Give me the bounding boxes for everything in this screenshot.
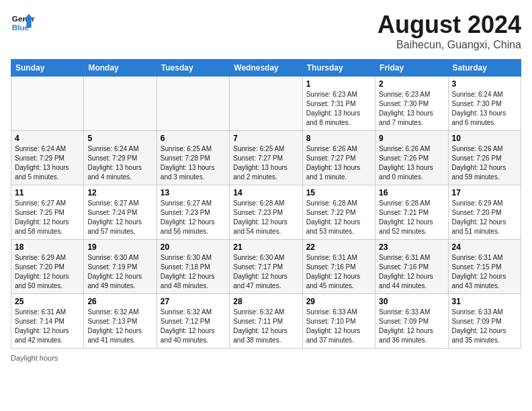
day-number: 5 xyxy=(87,134,152,143)
calendar-cell: 6Sunrise: 6:25 AM Sunset: 7:28 PM Daylig… xyxy=(157,131,229,185)
calendar-cell: 29Sunrise: 6:33 AM Sunset: 7:10 PM Dayli… xyxy=(302,294,375,349)
calendar-cell xyxy=(157,77,229,131)
calendar-cell: 13Sunrise: 6:27 AM Sunset: 7:23 PM Dayli… xyxy=(157,185,229,240)
day-number: 25 xyxy=(15,297,80,306)
calendar-cell: 7Sunrise: 6:25 AM Sunset: 7:27 PM Daylig… xyxy=(230,131,302,185)
day-number: 30 xyxy=(379,297,444,306)
calendar-cell: 16Sunrise: 6:28 AM Sunset: 7:21 PM Dayli… xyxy=(375,185,448,240)
calendar-cell: 23Sunrise: 6:31 AM Sunset: 7:16 PM Dayli… xyxy=(375,240,448,294)
day-number: 16 xyxy=(379,188,444,197)
calendar-cell: 2Sunrise: 6:23 AM Sunset: 7:30 PM Daylig… xyxy=(375,77,448,131)
calendar-cell xyxy=(84,77,157,131)
calendar-cell: 31Sunrise: 6:33 AM Sunset: 7:09 PM Dayli… xyxy=(448,294,521,349)
day-number: 31 xyxy=(452,297,517,306)
weekday-saturday: Saturday xyxy=(448,60,521,77)
day-info: Sunrise: 6:31 AM Sunset: 7:14 PM Dayligh… xyxy=(15,308,80,345)
day-info: Sunrise: 6:30 AM Sunset: 7:19 PM Dayligh… xyxy=(87,253,152,291)
day-number: 4 xyxy=(15,134,80,143)
day-number: 23 xyxy=(379,242,444,252)
day-info: Sunrise: 6:32 AM Sunset: 7:12 PM Dayligh… xyxy=(161,308,226,345)
day-info: Sunrise: 6:24 AM Sunset: 7:29 PM Dayligh… xyxy=(15,144,80,182)
calendar-cell: 26Sunrise: 6:32 AM Sunset: 7:13 PM Dayli… xyxy=(84,294,157,349)
calendar-cell: 8Sunrise: 6:26 AM Sunset: 7:27 PM Daylig… xyxy=(302,131,375,185)
day-number: 2 xyxy=(379,79,444,89)
day-info: Sunrise: 6:28 AM Sunset: 7:23 PM Dayligh… xyxy=(233,199,298,236)
logo-icon: General Blue xyxy=(11,11,35,35)
weekday-thursday: Thursday xyxy=(302,60,375,77)
calendar-cell xyxy=(11,77,84,131)
day-number: 19 xyxy=(87,242,152,252)
day-number: 14 xyxy=(233,188,298,197)
day-number: 3 xyxy=(452,79,517,89)
calendar-week-5: 25Sunrise: 6:31 AM Sunset: 7:14 PM Dayli… xyxy=(11,294,521,349)
calendar-week-1: 1Sunrise: 6:23 AM Sunset: 7:31 PM Daylig… xyxy=(11,77,521,131)
day-number: 8 xyxy=(306,134,371,143)
calendar-week-4: 18Sunrise: 6:29 AM Sunset: 7:20 PM Dayli… xyxy=(11,240,521,294)
weekday-wednesday: Wednesday xyxy=(230,60,302,77)
day-info: Sunrise: 6:24 AM Sunset: 7:29 PM Dayligh… xyxy=(87,144,152,182)
calendar-week-2: 4Sunrise: 6:24 AM Sunset: 7:29 PM Daylig… xyxy=(11,131,521,185)
day-info: Sunrise: 6:33 AM Sunset: 7:09 PM Dayligh… xyxy=(452,308,517,345)
calendar-cell xyxy=(230,77,302,131)
weekday-friday: Friday xyxy=(375,60,448,77)
weekday-monday: Monday xyxy=(84,60,157,77)
day-number: 13 xyxy=(161,188,226,197)
calendar-cell: 20Sunrise: 6:30 AM Sunset: 7:18 PM Dayli… xyxy=(157,240,229,294)
calendar-cell: 30Sunrise: 6:33 AM Sunset: 7:09 PM Dayli… xyxy=(375,294,448,349)
calendar-cell: 21Sunrise: 6:30 AM Sunset: 7:17 PM Dayli… xyxy=(230,240,302,294)
day-info: Sunrise: 6:28 AM Sunset: 7:21 PM Dayligh… xyxy=(379,199,444,236)
calendar-cell: 12Sunrise: 6:27 AM Sunset: 7:24 PM Dayli… xyxy=(84,185,157,240)
title-block: August 2024 Baihecun, Guangxi, China xyxy=(378,11,521,51)
day-info: Sunrise: 6:23 AM Sunset: 7:30 PM Dayligh… xyxy=(379,90,444,128)
day-number: 29 xyxy=(306,297,371,306)
calendar-cell: 1Sunrise: 6:23 AM Sunset: 7:31 PM Daylig… xyxy=(302,77,375,131)
daylight-label: Daylight hours xyxy=(11,354,58,362)
day-number: 1 xyxy=(306,79,371,89)
day-number: 7 xyxy=(233,134,298,143)
day-info: Sunrise: 6:23 AM Sunset: 7:31 PM Dayligh… xyxy=(306,90,371,128)
day-info: Sunrise: 6:26 AM Sunset: 7:26 PM Dayligh… xyxy=(379,144,444,182)
day-info: Sunrise: 6:31 AM Sunset: 7:15 PM Dayligh… xyxy=(452,253,517,291)
calendar-cell: 5Sunrise: 6:24 AM Sunset: 7:29 PM Daylig… xyxy=(84,131,157,185)
day-info: Sunrise: 6:26 AM Sunset: 7:27 PM Dayligh… xyxy=(306,144,371,182)
day-info: Sunrise: 6:29 AM Sunset: 7:20 PM Dayligh… xyxy=(452,199,517,236)
calendar-body: 1Sunrise: 6:23 AM Sunset: 7:31 PM Daylig… xyxy=(11,77,521,349)
day-number: 21 xyxy=(233,242,298,252)
weekday-tuesday: Tuesday xyxy=(157,60,229,77)
calendar-cell: 19Sunrise: 6:30 AM Sunset: 7:19 PM Dayli… xyxy=(84,240,157,294)
page-header: General Blue General Blue August 2024 Ba… xyxy=(11,11,521,51)
day-info: Sunrise: 6:26 AM Sunset: 7:26 PM Dayligh… xyxy=(452,144,517,182)
day-info: Sunrise: 6:32 AM Sunset: 7:11 PM Dayligh… xyxy=(233,308,298,345)
day-number: 6 xyxy=(161,134,226,143)
day-info: Sunrise: 6:25 AM Sunset: 7:28 PM Dayligh… xyxy=(161,144,226,182)
calendar-cell: 11Sunrise: 6:27 AM Sunset: 7:25 PM Dayli… xyxy=(11,185,84,240)
day-info: Sunrise: 6:24 AM Sunset: 7:30 PM Dayligh… xyxy=(452,90,517,128)
calendar-week-3: 11Sunrise: 6:27 AM Sunset: 7:25 PM Dayli… xyxy=(11,185,521,240)
day-number: 12 xyxy=(87,188,152,197)
day-info: Sunrise: 6:30 AM Sunset: 7:18 PM Dayligh… xyxy=(161,253,226,291)
calendar-cell: 14Sunrise: 6:28 AM Sunset: 7:23 PM Dayli… xyxy=(230,185,302,240)
day-number: 15 xyxy=(306,188,371,197)
day-number: 17 xyxy=(452,188,517,197)
calendar-cell: 10Sunrise: 6:26 AM Sunset: 7:26 PM Dayli… xyxy=(448,131,521,185)
calendar-table: SundayMondayTuesdayWednesdayThursdayFrid… xyxy=(11,59,521,349)
day-number: 20 xyxy=(161,242,226,252)
calendar-cell: 28Sunrise: 6:32 AM Sunset: 7:11 PM Dayli… xyxy=(230,294,302,349)
day-number: 18 xyxy=(15,242,80,252)
day-number: 24 xyxy=(452,242,517,252)
day-info: Sunrise: 6:27 AM Sunset: 7:24 PM Dayligh… xyxy=(87,199,152,236)
calendar-cell: 25Sunrise: 6:31 AM Sunset: 7:14 PM Dayli… xyxy=(11,294,84,349)
day-number: 28 xyxy=(233,297,298,306)
calendar-cell: 27Sunrise: 6:32 AM Sunset: 7:12 PM Dayli… xyxy=(157,294,229,349)
day-info: Sunrise: 6:30 AM Sunset: 7:17 PM Dayligh… xyxy=(233,253,298,291)
day-info: Sunrise: 6:33 AM Sunset: 7:10 PM Dayligh… xyxy=(306,308,371,345)
calendar-cell: 4Sunrise: 6:24 AM Sunset: 7:29 PM Daylig… xyxy=(11,131,84,185)
calendar-cell: 18Sunrise: 6:29 AM Sunset: 7:20 PM Dayli… xyxy=(11,240,84,294)
day-info: Sunrise: 6:31 AM Sunset: 7:16 PM Dayligh… xyxy=(379,253,444,291)
day-number: 10 xyxy=(452,134,517,143)
month-title: August 2024 xyxy=(378,11,521,39)
day-info: Sunrise: 6:31 AM Sunset: 7:16 PM Dayligh… xyxy=(306,253,371,291)
calendar-cell: 17Sunrise: 6:29 AM Sunset: 7:20 PM Dayli… xyxy=(448,185,521,240)
day-info: Sunrise: 6:28 AM Sunset: 7:22 PM Dayligh… xyxy=(306,199,371,236)
location: Baihecun, Guangxi, China xyxy=(378,39,521,51)
